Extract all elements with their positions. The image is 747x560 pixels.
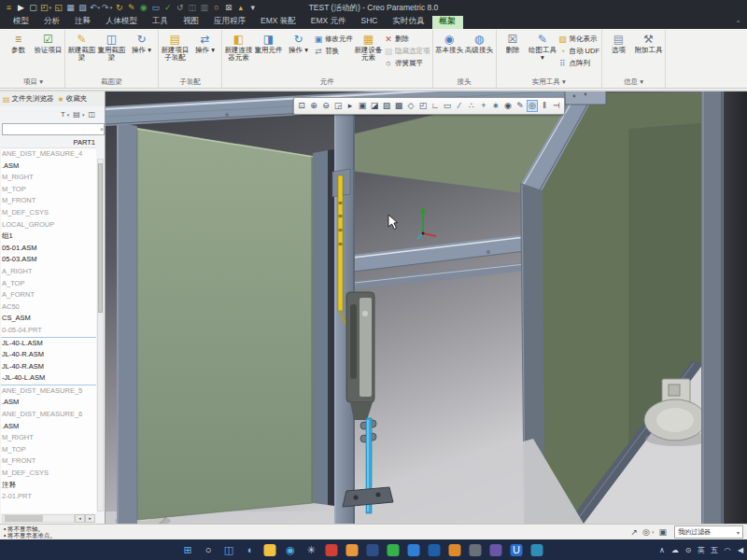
tree-columns-dropdown-icon[interactable]: ▾ [67,112,70,118]
edit-color-icon[interactable]: ✎ [126,3,136,13]
tree-node[interactable]: 0-05-04.PRT [1,325,96,337]
scrollbar-track[interactable] [2,514,75,523]
tree-node[interactable]: -JL-40-L.ASM [1,372,96,385]
close-window-icon[interactable]: ⊠ [223,3,233,13]
spring-flatten-button[interactable]: ○弹簧展平 [384,57,430,69]
customize-icon[interactable]: ▾ [247,3,258,13]
tree-vertical-scrollbar[interactable] [97,159,104,511]
tree-node[interactable]: 注释 [1,480,96,492]
front-right-post[interactable] [701,91,724,524]
clipboard-button[interactable]: ▣ [658,527,667,537]
repaint-icon[interactable]: ◲ [332,100,344,112]
tree-node[interactable]: JL-40-L.ASM [1,337,96,350]
assemble-icon[interactable]: ◉ [138,3,148,13]
redo-status-button[interactable]: ↗ [631,527,639,537]
datum-display-icon[interactable]: ▭ [442,100,453,112]
tree-node[interactable]: .ASM [1,397,96,409]
app-navy[interactable] [367,544,379,556]
ribbon-tab-11[interactable]: 框架 [432,15,463,29]
tree-horizontal-scrollbar[interactable]: ◂▸ [2,514,95,522]
regenerate-icon[interactable]: ↻ [114,3,124,13]
scrollbar-thumb[interactable] [98,163,103,313]
nav-tab-favorites[interactable]: ★收藏夹 [58,94,88,104]
selection-filter-icon[interactable]: ◎ [527,100,538,112]
app-violet[interactable] [490,544,502,556]
drawing-tools-button[interactable]: ✎绘图工具 ▾ [529,30,557,70]
parameters-button[interactable]: ≡参数 [4,30,33,70]
copy-icon[interactable]: ◫ [187,3,197,13]
ribbon-tab-4[interactable]: 工具 [145,15,176,29]
reuse-section-beam-button[interactable]: ◫重用截面梁 [97,30,126,70]
measure-icon[interactable]: ✓ [162,3,173,13]
settings[interactable]: ✳ [305,544,317,556]
advanced-joint-button[interactable]: ◍高级接头 [465,30,494,70]
basic-joint-button[interactable]: ◉基本接头 [435,30,464,70]
ribbon-tab-2[interactable]: 注释 [67,15,98,29]
tree-node[interactable]: M_RIGHT [1,432,96,444]
edge-browser[interactable]: ◉ [285,544,297,556]
tray-expand-icon[interactable]: ∧ [658,546,666,554]
delete-utility-button[interactable]: ☒删除 [499,30,528,70]
paste-icon[interactable]: ▥ [199,3,209,13]
ribbon-tab-6[interactable]: 应用程序 [206,15,253,29]
tree-node[interactable]: .ASM [1,421,96,433]
app-gray[interactable] [470,544,482,556]
appearance-icon[interactable]: ▨ [381,100,392,112]
save-as-icon[interactable]: ▧ [78,3,88,13]
spin-center-icon[interactable]: ◉ [502,100,514,112]
tree-node[interactable]: A_TOP [1,278,96,290]
open-file-dropdown-icon[interactable]: ▾ [49,3,52,13]
pause-icon[interactable]: ‖ [539,100,550,112]
tree-filters-dropdown-icon[interactable]: ▾ [82,112,85,118]
section-view-icon[interactable]: ◪ [369,100,380,112]
onedrive-icon[interactable]: ☁ [671,546,679,554]
replace-button[interactable]: ⇄替换 [314,45,353,57]
file-menu-icon[interactable]: ≡ [4,3,14,13]
new-project-subassembly-button[interactable]: ▤新建项目子装配 [161,30,190,70]
tree-node[interactable]: CS_ASM [1,313,96,325]
plane-display-icon[interactable]: ∕ [454,100,465,112]
component-operations-button[interactable]: ↻操作 ▾ [284,30,313,70]
tree-node[interactable]: A_RIGHT [1,266,96,278]
scroll-left-button[interactable]: ◂ [75,514,85,523]
search[interactable]: ○ [203,544,215,556]
new-equipment-element-button[interactable]: ▦新建设备元素 [354,30,383,70]
saved-orientations-icon[interactable]: ◰ [417,100,429,112]
ime-wubi-icon[interactable]: 五 [711,545,718,555]
app-amber[interactable] [449,544,461,556]
tree-node[interactable]: M_DEF_CSYS [1,468,96,480]
redo-icon[interactable]: ↷▾ [102,3,112,13]
door-panel[interactable] [137,128,313,520]
scrollbar-thumb[interactable] [5,515,44,522]
tree-node[interactable]: 05-01.ASM [1,243,96,255]
start-button[interactable]: ⊞ [182,544,194,556]
open-recent-icon[interactable]: ◱ [53,3,63,13]
window-switch-icon[interactable]: ▴ [235,3,246,13]
scroll-right-button[interactable]: ▸ [85,514,95,523]
ribbon-tab-9[interactable]: SHC [354,15,386,29]
tree-node[interactable]: AC50 [1,301,96,314]
point-pattern-button[interactable]: ⠿点阵列 [558,57,600,69]
ribbon-tab-0[interactable]: 模型 [6,15,36,29]
undo-icon[interactable]: ↶▾ [90,3,100,13]
pick-box-icon[interactable]: ▸ [345,100,356,112]
tree-node[interactable]: JL-40-R.ASM [1,361,96,373]
zoom-fit-icon[interactable]: ⊡ [296,100,307,112]
render-style-icon[interactable]: ▩ [393,100,404,112]
options-button[interactable]: ▤选项 [604,30,633,70]
new-section-beam-button[interactable]: ✎新建截面梁 [67,30,96,70]
ribbon-tab-5[interactable]: 视图 [176,15,206,29]
save-icon[interactable]: ▦ [65,3,76,13]
wifi-icon[interactable]: ◠ [724,546,731,554]
app-blue[interactable] [408,544,420,556]
tree-search-input[interactable] [2,123,105,135]
app-blue-u[interactable]: U [511,544,523,556]
ribbon-tab-1[interactable]: 分析 [36,15,67,29]
door-right-stile[interactable] [313,150,328,505]
exit-toolbar-icon[interactable]: ⊣ [551,100,562,112]
file-explorer[interactable] [264,544,276,556]
viewport-3d-scene[interactable] [106,91,747,524]
clear-search-icon[interactable]: × [100,124,104,134]
subassembly-operations-button[interactable]: ⇄操作 ▾ [190,30,219,70]
zoom-in-icon[interactable]: ⊕ [308,100,319,112]
